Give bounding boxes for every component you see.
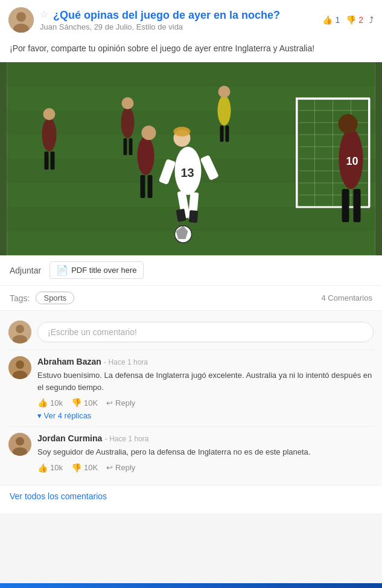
svg-rect-11 [297,98,369,100]
comment-dislike-1[interactable]: 👎 10K [71,398,98,407]
comment-actions-1: 👍 10k 👎 10K ↩ Reply [37,398,374,407]
svg-rect-51 [342,189,349,222]
svg-point-64 [16,437,24,446]
thumb-up-icon: 👍 [37,398,48,407]
comment-avatar-2 [8,433,31,456]
tag-sports[interactable]: Sports [36,292,74,304]
comment-item: Abraham Bazan - Hace 1 hora Estuvo buení… [8,350,374,426]
svg-rect-27 [45,152,49,170]
comment-text-2: Soy seguidor de Australia, pero la defen… [37,446,374,458]
svg-rect-12 [369,98,371,207]
comment-body-2: Jordan Curmina - Hace 1 hora Soy seguido… [37,433,374,473]
svg-rect-56 [148,175,153,198]
svg-rect-36 [226,126,229,142]
svg-point-29 [121,107,135,138]
reply-label-2: Reply [115,463,135,472]
comment-input[interactable]: ¡Escribe un comentario! [37,322,374,342]
star-icon[interactable]: ☆ [40,8,48,20]
comment-like-count-2: 10k [50,463,63,472]
svg-rect-55 [141,175,145,198]
comment-time-1: - Hace 1 hora [104,358,148,366]
comment-body-1: Abraham Bazan - Hace 1 hora Estuvo buení… [37,356,374,420]
svg-point-54 [142,126,156,140]
svg-point-34 [218,86,231,98]
pdf-attachment[interactable]: 📄 PDF title over here [49,261,143,279]
comment-dislike-count-1: 10K [84,398,98,407]
comment-avatar-1 [8,356,31,379]
like-count: 1 [335,15,340,25]
attach-label: Adjuntar [10,266,41,275]
current-user-avatar [8,321,31,344]
tags-label: Tags: [10,293,30,303]
svg-rect-28 [51,152,55,170]
tags-row: Tags: Sports 4 Comentarios [0,286,382,310]
svg-text:13: 13 [181,166,194,179]
reply-label-1: Reply [115,398,135,407]
share-icon: ⤴ [369,15,374,25]
comment-text-1: Estuvo buenísimo. La defensa de Inglater… [37,369,374,393]
dislike-count: 2 [358,15,363,25]
reply-arrow-icon: ↩ [106,398,113,407]
post-subtitle: Juan Sánches, 29 de Julio, Estilo de vid… [40,22,316,31]
attachment-row: Adjuntar 📄 PDF title over here [0,255,382,286]
post-actions: 👍 1 👎 2 ⤴ [322,15,374,25]
comment-like-2[interactable]: 👍 10k [37,463,63,473]
replies-toggle-1[interactable]: ▾ Ver 4 réplicas [37,411,374,420]
post-title: ¿Qué opinas del juego de ayer en la noch… [53,8,280,22]
bottom-bar [0,583,382,588]
comment-dislike-2[interactable]: 👎 10K [71,463,98,473]
pdf-icon: 📄 [56,264,68,276]
reply-button-1[interactable]: ↩ Reply [106,398,135,407]
svg-rect-35 [220,126,224,142]
comment-item-2: Jordan Curmina - Hace 1 hora Soy seguido… [8,426,374,479]
svg-rect-10 [297,98,298,207]
comment-like-1[interactable]: 👍 10k [37,398,63,407]
comment-dislike-count-2: 10K [84,463,98,472]
dislike-button[interactable]: 👎 2 [346,15,363,25]
comments-section: ¡Escribe un comentario! Abraham Bazan - … [0,310,382,485]
svg-point-33 [218,95,231,126]
comment-input-row: ¡Escribe un comentario! [8,317,374,350]
comment-like-count-1: 10k [50,398,63,407]
svg-point-61 [16,360,24,369]
comment-time-2: - Hace 1 hora [105,435,149,443]
pdf-title: PDF title over here [71,266,136,275]
svg-point-49 [339,114,358,133]
author-avatar [8,7,34,33]
svg-rect-5 [7,62,375,86]
svg-rect-32 [129,138,133,155]
post-text: ¡Por favor, comparte tu opinión sobre el… [0,37,382,62]
svg-text:10: 10 [346,155,358,167]
like-button[interactable]: 👍 1 [322,15,340,25]
svg-rect-31 [124,138,127,155]
reply-arrow-icon-2: ↩ [106,463,113,472]
comments-count: 4 Comentarios [321,293,372,302]
svg-point-30 [122,97,134,109]
svg-point-25 [42,118,57,152]
post-meta: ☆ ¿Qué opinas del juego de ayer en la no… [40,8,316,31]
comment-author-1: Abraham Bazan [37,357,101,366]
svg-rect-52 [354,189,361,222]
post-header: ☆ ¿Qué opinas del juego de ayer en la no… [0,0,382,37]
svg-point-1 [16,12,26,22]
svg-point-39 [174,127,191,136]
reply-button-2[interactable]: ↩ Reply [106,463,135,472]
thumb-up-icon: 👍 [322,15,333,25]
share-button[interactable]: ⤴ [369,15,374,25]
view-all-comments-link[interactable]: Ver todos los comentarios [0,485,382,507]
svg-point-58 [16,325,24,333]
thumb-down-icon: 👎 [346,15,356,25]
post-image: 13 10 [0,62,382,255]
thumb-up-icon: 👍 [37,463,48,473]
svg-point-26 [43,108,56,120]
thumb-down-icon: 👎 [71,463,81,473]
comment-actions-2: 👍 10k 👎 10K ↩ Reply [37,463,374,473]
svg-rect-44 [189,210,199,223]
svg-point-53 [138,136,154,175]
thumb-down-icon: 👎 [71,398,81,407]
comment-author-2: Jordan Curmina [37,433,102,443]
